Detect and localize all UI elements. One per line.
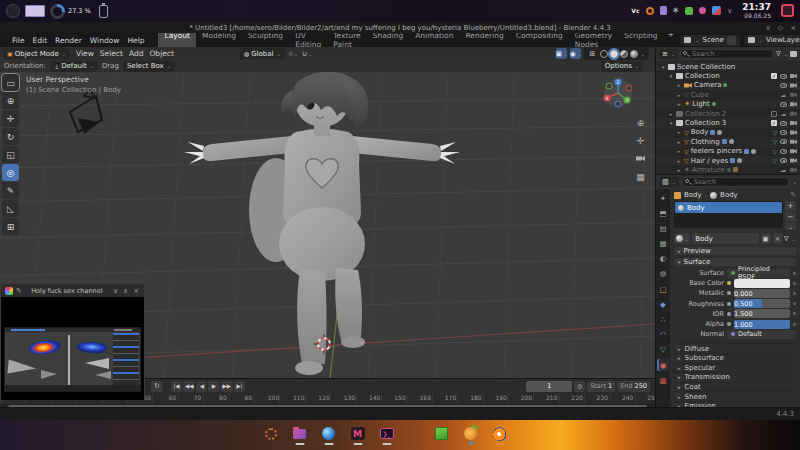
tab-render[interactable]: ⬒ (657, 207, 669, 219)
eye-icon[interactable] (780, 158, 787, 163)
outliner-search[interactable] (680, 49, 774, 59)
menu-item[interactable]: Help (123, 36, 148, 45)
orientation-selector[interactable]: ◍ Global ⌄ (240, 48, 285, 59)
eye-icon[interactable] (780, 74, 787, 79)
disclosure-icon[interactable]: ▸ (676, 92, 682, 98)
viewport-menu-item[interactable]: Object (146, 49, 176, 58)
transform-orientation-dropdown[interactable]: ⊥ Default ⌄ (50, 61, 98, 72)
render-visibility-icon[interactable] (790, 158, 797, 163)
collapsed-section-header[interactable]: ▸Subsurface (674, 353, 796, 363)
tray-icon-green[interactable] (685, 7, 693, 15)
rotate-tool[interactable]: ↻ (2, 128, 19, 145)
drag-mode-dropdown[interactable]: Select Box ⌄ (123, 61, 175, 72)
snapping-toggle-button[interactable]: ◉⌄ (570, 48, 581, 59)
minimize-icon[interactable]: ∨ (112, 287, 119, 295)
playback-button[interactable]: ▶▶ (220, 381, 232, 392)
render-visibility-icon[interactable] (790, 92, 797, 97)
eye-icon[interactable] (780, 83, 787, 88)
measure-tool[interactable]: ◺ (2, 200, 19, 217)
tab-tool[interactable]: ✦ (657, 192, 669, 204)
eye-closed-icon[interactable] (780, 112, 787, 116)
keyframe-dot-icon[interactable] (793, 312, 796, 315)
playback-button[interactable]: ▶| (234, 381, 245, 392)
zoom-button[interactable]: ⊕ (634, 116, 647, 129)
playback-button[interactable]: ▶ (208, 381, 219, 392)
eye-icon[interactable] (780, 149, 787, 154)
add-slot-button[interactable]: + (785, 201, 796, 211)
character-model[interactable] (184, 72, 460, 375)
close-icon[interactable]: × (132, 287, 140, 295)
collapsed-section-header[interactable]: ▸Coat (674, 382, 796, 392)
fake-user-button[interactable]: ▣ (761, 233, 771, 244)
metallic-slider[interactable]: 0.000 (734, 289, 790, 298)
keyframe-dot-icon[interactable] (793, 272, 796, 275)
row-body[interactable]: ▸▽ Body ▽ (656, 128, 800, 137)
maximize-icon[interactable]: ∧ (122, 287, 129, 295)
collapsed-section-header[interactable]: ▸Diffuse (674, 343, 796, 353)
ior-slider[interactable]: 1.500 (734, 309, 790, 318)
taskbar-browser[interactable] (320, 422, 337, 445)
collapsed-section-header[interactable]: ▸Sheen (674, 391, 796, 401)
collapsed-section-header[interactable]: ▸Specular (674, 363, 796, 373)
battery-icon[interactable] (99, 5, 108, 18)
render-visibility-icon[interactable] (790, 102, 797, 107)
row-scene-collection[interactable]: ▾ Scene Collection (656, 62, 800, 71)
remove-slot-button[interactable]: − (785, 212, 796, 222)
viewport-menu-item[interactable]: View (73, 49, 97, 58)
breadcrumb-object[interactable]: Body (684, 191, 702, 199)
taskbar-files[interactable] (291, 422, 308, 445)
tab-view-layer[interactable]: ▦ (657, 238, 669, 250)
transform-tool[interactable]: ◎ (2, 164, 19, 181)
playback-sync-button[interactable]: ↻ (151, 381, 163, 392)
clock-widget[interactable]: 21:37 09.06.25 (742, 3, 771, 19)
tab-modifiers[interactable]: ◆ (657, 298, 669, 310)
auto-keying-clock-button[interactable]: ◷ (574, 381, 585, 392)
minimize-icon[interactable]: ∨ (766, 24, 771, 32)
wireframe-shading-icon[interactable] (600, 50, 608, 58)
tab-object-data[interactable]: ▽ (657, 344, 669, 356)
pager-widget[interactable] (25, 5, 45, 17)
row-hair-eyes[interactable]: ▸▽ Hair / eyes ▽ (656, 156, 800, 165)
alpha-slider[interactable]: 1.000 (734, 320, 790, 329)
browse-material-button[interactable]: ⌄ (674, 233, 690, 244)
tab-particles[interactable]: ∴ (657, 314, 669, 326)
row-collection-2[interactable]: ▸ Collection 2 (656, 109, 800, 118)
perspective-toggle-button[interactable]: ▦ (634, 170, 647, 183)
render-visibility-icon[interactable] (790, 121, 797, 126)
xray-toggle-icon[interactable]: ⊞ (587, 48, 598, 59)
filter-icon[interactable]: ∇ (784, 235, 789, 243)
disclosure-icon[interactable]: ▸ (676, 101, 682, 107)
normal-field[interactable]: Default (727, 330, 796, 339)
pin-icon[interactable]: ✎ (16, 287, 22, 295)
tray-expand-chevron-icon[interactable]: ∨ (727, 7, 732, 15)
slot-specials-button[interactable]: ⌄ (785, 223, 796, 230)
tray-icon-pink[interactable] (699, 7, 706, 14)
render-visibility-icon[interactable] (790, 139, 797, 144)
menu-item[interactable]: Edit (29, 36, 52, 45)
disclosure-icon[interactable]: ▸ (676, 129, 682, 135)
pip-titlebar[interactable]: ✎ Holy fuck sex channel ∨ ∧ × (1, 284, 144, 297)
keyframe-dot-icon[interactable] (793, 282, 796, 285)
base-color-swatch[interactable] (734, 279, 790, 288)
render-visibility-icon[interactable] (790, 111, 797, 116)
render-visibility-icon[interactable] (790, 149, 797, 154)
disclosure-icon[interactable]: ▸ (676, 148, 682, 154)
end-frame-field[interactable]: End 250 (617, 381, 650, 392)
row-camera[interactable]: ▸ Camera (656, 81, 800, 90)
tab-material[interactable]: ◉ (657, 359, 669, 371)
display-icon[interactable] (781, 4, 794, 17)
menu-item[interactable]: File (8, 36, 29, 45)
disclosure-icon[interactable]: ▸ (676, 82, 682, 88)
pan-button[interactable]: ✛ (634, 134, 647, 147)
collection-checkbox[interactable]: ✓ (771, 73, 777, 79)
properties-search[interactable] (682, 177, 789, 187)
snap-magnet-button[interactable]: ∪⌄ (302, 48, 313, 59)
disclosure-icon[interactable]: ▾ (660, 64, 666, 70)
collection-checkbox[interactable] (771, 111, 777, 117)
keyframe-dot-icon[interactable] (793, 323, 796, 326)
render-visibility-icon[interactable] (790, 130, 797, 135)
launcher-icon[interactable] (6, 4, 20, 18)
tab-physics[interactable]: ◠ (657, 329, 669, 341)
close-icon[interactable]: × (790, 24, 796, 32)
filter-icon[interactable]: ∇ (776, 50, 781, 58)
